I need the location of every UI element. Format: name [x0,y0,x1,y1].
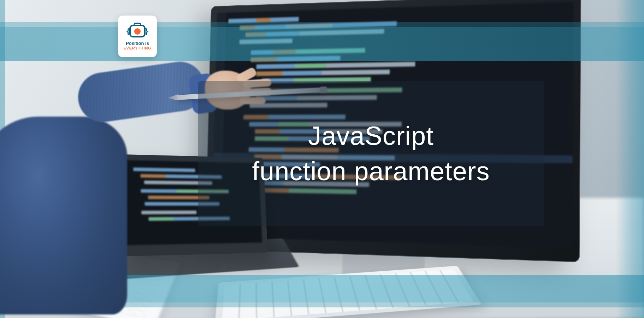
logo-text-line-1: Position is [126,41,149,46]
brand-logo-card: { } Position is EVERYTHING [118,16,157,57]
logo-text-line-2: EVERYTHING [123,46,151,50]
camera-braces-icon: { } [127,23,148,40]
title-line-2: function parameters [252,154,490,189]
title-line-1: JavaScript [308,118,433,154]
person-pointing [0,39,177,307]
title-overlay-panel: JavaScript function parameters [198,81,544,226]
hero-image: JavaScript function parameters { } Posit… [0,0,644,318]
